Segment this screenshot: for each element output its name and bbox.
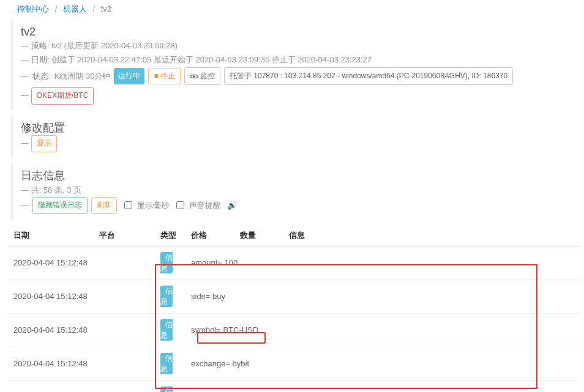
cell-msg: side= buy	[186, 279, 580, 313]
hide-error-logs-button[interactable]: 隐藏错误日志	[32, 197, 88, 214]
table-row: 2020-04-04 15:12:48信息side= buy	[9, 279, 580, 313]
cell-platform	[94, 279, 155, 313]
cell-type: 信息	[155, 313, 186, 347]
breadcrumb-control-center[interactable]: 控制中心	[17, 4, 49, 13]
cell-date: 2020-04-04 15:12:48	[9, 279, 94, 313]
type-pill: 信息	[160, 319, 173, 341]
type-pill: 信息	[160, 252, 173, 273]
exchange-tag[interactable]: OKEX期货/BTC	[31, 87, 94, 105]
cell-type: 信息	[155, 347, 186, 380]
cell-date: 2020-04-04 15:12:48	[9, 246, 94, 279]
cell-platform	[94, 380, 155, 392]
th-type: 类型	[155, 225, 186, 246]
table-row: 2020-04-04 15:12:48信息exchange= bybit	[9, 347, 580, 380]
type-pill: 信息	[160, 286, 173, 307]
config-panel: 修改配置 — 显示	[11, 116, 578, 157]
strategy-value: tv2 (最后更新 2020-04-03 23:09:28)	[51, 41, 178, 50]
cell-msg: symbol= BTC-USD	[186, 313, 580, 347]
cell-platform	[94, 347, 155, 380]
sound-label: 声音提醒	[189, 198, 221, 212]
svg-point-0	[193, 75, 195, 78]
cell-type: 信息	[155, 279, 186, 313]
robot-name: tv2	[21, 26, 578, 39]
th-platform: 平台	[94, 225, 155, 246]
cell-type: 信息	[155, 380, 186, 392]
breadcrumb-robots[interactable]: 机器人	[63, 4, 87, 13]
cell-date: 2020-04-04 15:12:48	[9, 347, 94, 380]
th-amount: 数量	[235, 225, 284, 246]
type-pill: 信息	[160, 353, 173, 374]
show-ms-checkbox[interactable]	[124, 201, 132, 209]
log-table: 日期 平台 类型 价格 数量 信息 2020-04-04 15:12:48信息a…	[9, 225, 580, 392]
status-value: K线周期 30分钟	[54, 69, 111, 83]
cell-date: 2020-04-04 15:12:48	[9, 313, 94, 347]
monitor-button[interactable]: 监控	[184, 67, 220, 86]
breadcrumb: 控制中心 / 机器人 / tv2	[0, 0, 584, 18]
date-label: 日期:	[31, 55, 50, 64]
th-price: 价格	[186, 225, 235, 246]
cell-platform	[94, 246, 155, 279]
cell-msg: apikey= FMZ	[186, 380, 580, 392]
th-msg: 信息	[284, 225, 580, 246]
eye-icon	[190, 73, 198, 80]
sound-checkbox[interactable]	[176, 201, 184, 209]
cell-date: 2020-04-04 15:12:48	[9, 380, 94, 392]
refresh-button[interactable]: 刷新	[91, 197, 117, 214]
log-panel: 日志信息 — 共: 58 条, 3 页 — 隐藏错误日志 刷新 显示毫秒 声音提…	[11, 163, 578, 219]
sound-icon: 🔊	[225, 198, 237, 212]
th-date: 日期	[9, 225, 94, 246]
hosted-info: 托管于 107870 : 103.214.85.202 - windows/am…	[224, 67, 513, 86]
status-label: 状态:	[32, 69, 51, 83]
cell-platform	[94, 313, 155, 347]
date-value: 创建于 2020-04-03 22:47:05 最近开始于 2020-04-03…	[51, 55, 372, 64]
table-row: 2020-04-04 15:12:48信息amount= 100	[9, 246, 580, 279]
cell-type: 信息	[155, 246, 186, 279]
type-pill: 信息	[160, 386, 173, 392]
cell-msg: amount= 100	[186, 246, 580, 279]
breadcrumb-current: tv2	[101, 4, 111, 13]
table-row: 2020-04-04 15:12:48信息symbol= BTC-USD	[9, 313, 580, 347]
robot-panel: tv2 — 策略: tv2 (最后更新 2020-04-03 23:09:28)…	[11, 21, 578, 109]
show-ms-label: 显示毫秒	[137, 198, 169, 212]
running-badge: 运行中	[114, 68, 144, 85]
stop-button[interactable]: ■ 停止	[148, 68, 181, 85]
cell-msg: exchange= bybit	[186, 347, 580, 380]
strategy-label: 策略:	[31, 41, 50, 50]
table-row: 2020-04-04 15:12:48信息apikey= FMZ	[9, 380, 580, 392]
log-summary: 共: 58 条, 3 页	[31, 185, 81, 194]
show-config-button[interactable]: 显示	[31, 135, 57, 152]
config-title: 修改配置	[21, 120, 578, 135]
log-title: 日志信息	[21, 168, 578, 183]
